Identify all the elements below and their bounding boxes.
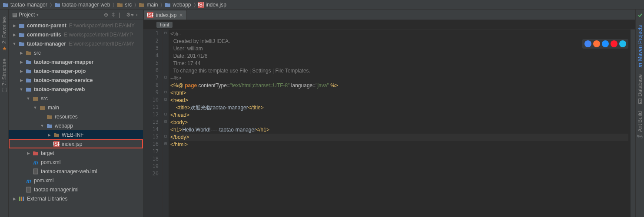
line-number[interactable]: 15 [143,134,162,141]
nav-pill[interactable]: html [156,22,173,28]
code-line[interactable]: <h1>Hello,World!-----taotao-manager</h1> [170,126,628,134]
expand-arrow-icon[interactable]: ▶ [19,78,23,82]
expand-arrow-icon[interactable]: ▼ [12,42,17,46]
fold-icon[interactable]: ⊟ [163,141,169,148]
ie-icon[interactable] [619,40,626,47]
code-line[interactable]: User: william [170,45,628,53]
tree-node[interactable]: ▼webapp [9,121,143,130]
tree-node[interactable]: ▶External Libraries [9,194,143,203]
code-line[interactable]: </body> [170,134,628,141]
tree-node[interactable]: ▶WEB-INF [9,130,143,139]
line-number[interactable]: 17 [143,148,162,156]
expand-arrow-icon[interactable]: ▶ [12,33,17,37]
rail-structure[interactable]: ⬚7: Structure [0,55,8,97]
expand-arrow-icon[interactable]: ▶ [12,23,17,28]
tree-node[interactable]: ▶src [9,48,143,57]
tree-node[interactable]: mpom.xml [9,158,143,167]
tree-node[interactable]: ▼src [9,94,143,103]
tree-node[interactable]: JSPindex.jsp [9,139,143,148]
line-number[interactable]: 19 [143,163,162,171]
line-number[interactable]: 10 [143,97,162,104]
fold-icon[interactable]: ⊟ [163,112,169,119]
tree-node[interactable]: ▼taotao-manager-web [9,85,143,94]
fold-icon[interactable] [163,45,169,53]
fold-icon[interactable] [163,82,169,89]
expand-arrow-icon[interactable]: ▶ [19,69,23,73]
tree-node[interactable]: taotao-manager.iml [9,185,143,194]
rail-ant[interactable]: 🐜Ant Build [636,108,644,144]
code-line[interactable]: <head> [170,97,628,104]
fold-icon[interactable] [163,67,169,75]
line-gutter[interactable]: 1234567891011121314151617181920 [143,30,163,217]
code-line[interactable]: <title>欢迎光临taotao-manager</title> [170,104,628,112]
validation-icon[interactable] [638,13,642,17]
fold-column[interactable]: ⊟⊟⊟⊟⊟⊟⊟⊟ [163,30,169,217]
expand-arrow-icon[interactable]: ▼ [19,87,23,92]
tree-node[interactable]: taotao-manager-web.iml [9,167,143,176]
tree-node[interactable]: mpom.xml [9,176,143,185]
expand-arrow-icon[interactable]: ▼ [33,105,37,110]
code-area[interactable]: <%-- Created by IntelliJ IDEA. User: wil… [169,30,630,217]
gear-icon[interactable]: ⚙▾ [126,12,132,18]
tree-node[interactable]: ▼taotao-managerE:\workspace\interIIDEA\M… [9,39,143,48]
rail-favorites[interactable]: ★2: Favorites [0,13,8,55]
expand-arrow-icon[interactable]: ▶ [12,197,17,201]
line-number[interactable]: 8 [143,82,162,89]
code-line[interactable] [170,171,628,178]
expand-arrow-icon[interactable]: ▼ [26,96,30,101]
hide-icon[interactable]: ↦ [133,12,139,18]
code-line[interactable]: --%> [170,75,628,82]
code-line[interactable]: <html> [170,89,628,97]
fold-icon[interactable]: ⊟ [163,119,169,126]
code-line[interactable]: </html> [170,141,628,148]
collapse-icon[interactable]: ⇕ [111,12,117,18]
code-line[interactable] [170,156,628,163]
opera-icon[interactable] [611,40,617,47]
line-number[interactable]: 16 [143,141,162,148]
fold-icon[interactable] [163,148,169,156]
fold-icon[interactable] [163,126,169,134]
breadcrumb-item[interactable]: taotao-manager [2,2,48,8]
code-line[interactable]: <%@ page contentType="text/html;charset=… [170,82,628,89]
line-number[interactable]: 11 [143,104,162,112]
fold-icon[interactable]: ⊟ [163,30,169,38]
line-number[interactable]: 18 [143,156,162,163]
tree-node[interactable]: ▼main [9,103,143,112]
fold-icon[interactable] [163,60,169,67]
line-number[interactable]: 5 [143,60,162,67]
code-line[interactable]: Date: 2017/1/6 [170,53,628,60]
code-line[interactable] [170,148,628,156]
code-line[interactable]: To change this template use File | Setti… [170,67,628,75]
expand-arrow-icon[interactable]: ▶ [19,60,23,64]
close-icon[interactable]: × [179,12,183,19]
project-tree[interactable]: ▶common-parentE:\workspace\interIIDEA\MY… [9,20,143,217]
tree-node[interactable]: ▶taotao-manager-mapper [9,57,143,66]
tree-node[interactable]: ▶common-parentE:\workspace\interIIDEA\MY [9,21,143,30]
line-number[interactable]: 6 [143,67,162,75]
fold-icon[interactable] [163,156,169,163]
fold-icon[interactable] [163,38,169,45]
line-number[interactable]: 1 [143,30,162,38]
expand-arrow-icon[interactable]: ▶ [26,151,30,155]
fold-icon[interactable]: ⊟ [163,134,169,141]
chrome-icon[interactable] [584,40,591,47]
line-number[interactable]: 2 [143,38,162,45]
rail-maven[interactable]: mMaven Projects [636,22,644,71]
locate-icon[interactable]: ⊕ [104,12,110,18]
code-line[interactable]: <body> [170,119,628,126]
scroll-map[interactable] [630,30,635,217]
editor-tab[interactable]: JSP index.jsp × [143,10,187,20]
tree-node[interactable]: ▶taotao-manager-service [9,76,143,85]
safari-icon[interactable] [602,40,609,47]
panel-title[interactable]: ▤ Project ▾ [12,12,39,18]
fold-icon[interactable]: ⊟ [163,89,169,97]
line-number[interactable]: 20 [143,171,162,178]
code-line[interactable]: <%-- [170,30,628,38]
fold-icon[interactable]: ⊟ [163,75,169,82]
breadcrumb-item[interactable]: src [116,2,133,8]
code-line[interactable]: </head> [170,112,628,119]
tree-node[interactable]: resources [9,112,143,121]
rail-database[interactable]: 🗄Database [636,71,644,107]
line-number[interactable]: 4 [143,53,162,60]
tree-node[interactable]: ▶common-utilsE:\workspace\interIIDEA\MYP [9,30,143,39]
